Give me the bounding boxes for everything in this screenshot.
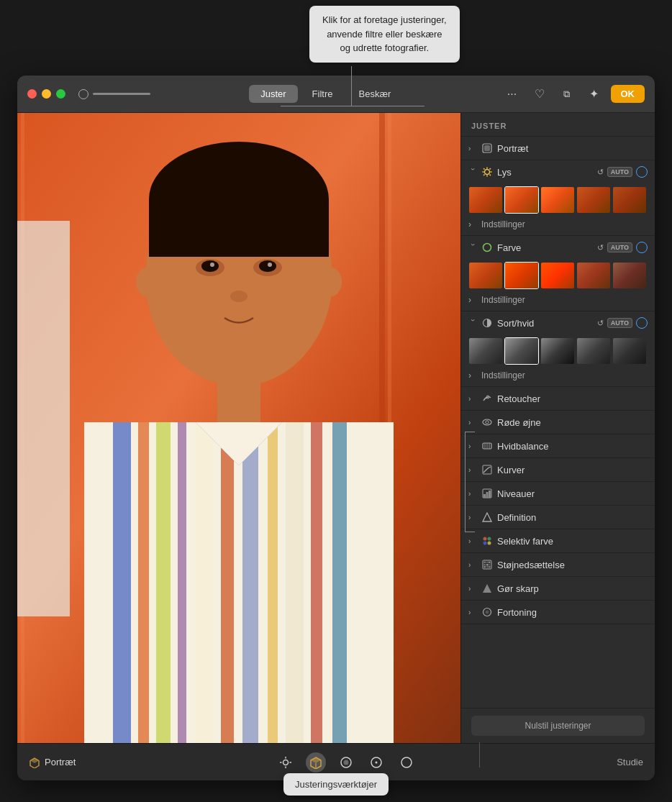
definition-icon: [481, 511, 493, 523]
crop-icon: ⧉: [563, 88, 570, 100]
adjustment-sharpen-header[interactable]: › Gør skarp: [461, 577, 655, 600]
svg-rect-63: [484, 562, 486, 564]
thumb-bw-2[interactable]: [504, 337, 539, 365]
thumb-farve-1[interactable]: [468, 262, 503, 289]
adjustment-lys-header[interactable]: › Lys ↺ AUTO: [461, 160, 655, 183]
thumb-lys-4[interactable]: [576, 186, 611, 214]
svg-point-74: [486, 611, 489, 614]
farve-reset-icon[interactable]: ↺: [597, 243, 604, 252]
brightness-slider[interactable]: [78, 89, 150, 99]
adjustment-retoucher-header[interactable]: › Retoucher: [461, 387, 655, 410]
adjustment-levels-header[interactable]: › Niveauer: [461, 482, 655, 505]
adjustment-selective-header[interactable]: › Selektiv farve: [461, 529, 655, 552]
selective-icon: [481, 535, 493, 547]
adjustment-wb-header[interactable]: › Hvidbalance: [461, 434, 655, 457]
thumb-lys-5[interactable]: [612, 186, 647, 214]
title-bar: Juster Filtre Beskær ··· ♡ ⧉ ✦ OK: [17, 76, 655, 113]
adjustment-curves: › Kurver: [461, 458, 655, 482]
close-button[interactable]: [27, 89, 37, 99]
noise-icon: [481, 559, 493, 570]
top-tooltip-box: Klik for at foretage justeringer, anvend…: [309, 6, 460, 63]
farve-chevron: ›: [469, 243, 477, 252]
thumb-bw-1[interactable]: [468, 337, 503, 365]
farve-controls: ↺ AUTO: [597, 242, 648, 253]
adjustment-redeyes-header[interactable]: › Røde øjne: [461, 411, 655, 434]
lys-settings-row[interactable]: › Indstillinger: [461, 217, 655, 235]
panel-scroll[interactable]: › Portræt › Lys: [461, 137, 655, 708]
adjustment-definition-header[interactable]: › Definition: [461, 506, 655, 529]
lys-circle-btn[interactable]: [636, 166, 648, 178]
farve-settings-row[interactable]: › Indstillinger: [461, 292, 655, 311]
callout-horizontal-line: [281, 106, 424, 106]
thumb-lys-2[interactable]: [504, 186, 539, 214]
top-tooltip-text: Klik for at foretage justeringer, anvend…: [322, 14, 447, 53]
thumb-farve-2[interactable]: [504, 262, 539, 289]
svg-point-34: [485, 170, 490, 175]
farve-label: Farve: [497, 242, 593, 253]
adjustment-redeyes: › Røde øjne: [461, 411, 655, 434]
crop-button[interactable]: ⧉: [556, 83, 578, 105]
adjustment-curves-header[interactable]: › Kurver: [461, 458, 655, 481]
svg-rect-27: [242, 422, 258, 743]
farve-auto-badge[interactable]: AUTO: [607, 242, 632, 252]
adjustment-vignette-header[interactable]: › Fortoning: [461, 601, 655, 624]
thumb-farve-4[interactable]: [576, 262, 611, 289]
thumb-farve-3[interactable]: [540, 262, 575, 289]
bottom-tooltip-area: Justeringsværktøjer: [0, 766, 672, 802]
svg-point-47: [486, 421, 489, 424]
lys-auto-badge[interactable]: AUTO: [607, 167, 632, 177]
farve-circle-btn[interactable]: [636, 242, 648, 253]
adjustment-levels: › Niveauer: [461, 482, 655, 506]
thumb-bw-5[interactable]: [612, 337, 647, 365]
svg-rect-25: [196, 422, 214, 743]
adjustment-bw: › Sort/hvid ↺ AUTO: [461, 311, 655, 387]
more-options-button[interactable]: ···: [501, 83, 523, 105]
tab-beskaer[interactable]: Beskær: [348, 85, 403, 103]
svg-line-40: [490, 175, 491, 176]
svg-point-88: [376, 761, 378, 763]
thumb-farve-5[interactable]: [612, 262, 647, 289]
title-bar-tabs: Juster Filtre Beskær: [156, 85, 496, 103]
bw-settings-chevron: ›: [468, 370, 477, 381]
thumb-bw-4[interactable]: [576, 337, 611, 365]
adjustment-bw-header[interactable]: › Sort/hvid ↺ AUTO: [461, 311, 655, 334]
bw-circle-btn[interactable]: [636, 317, 648, 329]
thumb-lys-3[interactable]: [540, 186, 575, 214]
slider-track[interactable]: [93, 93, 150, 95]
main-content: JUSTER › Portræt ›: [17, 113, 655, 743]
thumb-lys-1[interactable]: [468, 186, 503, 214]
adjustment-noise-header[interactable]: › Støjnedsættelse: [461, 553, 655, 576]
svg-rect-55: [486, 492, 489, 498]
magic-button[interactable]: ✦: [584, 83, 605, 105]
svg-point-15: [230, 291, 248, 302]
svg-rect-5: [17, 221, 70, 616]
bw-settings-row[interactable]: › Indstillinger: [461, 368, 655, 386]
svg-point-12: [259, 260, 276, 272]
svg-point-17: [320, 268, 342, 296]
bw-icon: [481, 317, 493, 329]
tab-filtre[interactable]: Filtre: [301, 85, 345, 103]
svg-rect-67: [486, 564, 489, 566]
portrait-label: Portræt: [497, 143, 648, 154]
svg-marker-57: [483, 513, 491, 521]
bw-reset-icon[interactable]: ↺: [597, 319, 604, 328]
bw-label: Sort/hvid: [497, 318, 593, 329]
thumb-bw-3[interactable]: [540, 337, 575, 365]
fullscreen-button[interactable]: [56, 89, 65, 99]
adjustment-portrait-header[interactable]: › Portræt: [461, 137, 655, 160]
svg-marker-72: [483, 584, 491, 593]
selective-label: Selektiv farve: [497, 536, 648, 547]
minimize-button[interactable]: [42, 89, 51, 99]
bw-thumb-strip: [461, 334, 655, 368]
svg-rect-69: [484, 566, 486, 568]
adjustment-farve-header[interactable]: › Farve ↺ AUTO: [461, 236, 655, 259]
vignette-icon: [481, 606, 493, 618]
bw-auto-badge[interactable]: AUTO: [607, 318, 632, 328]
svg-rect-21: [113, 422, 131, 743]
favorite-button[interactable]: ♡: [529, 83, 550, 105]
svg-line-42: [483, 175, 484, 176]
reset-adjustments-button[interactable]: Nulstil justeringer: [471, 716, 645, 736]
lys-reset-icon[interactable]: ↺: [597, 168, 604, 177]
ok-button[interactable]: OK: [611, 85, 645, 103]
tab-juster[interactable]: Juster: [249, 85, 297, 103]
